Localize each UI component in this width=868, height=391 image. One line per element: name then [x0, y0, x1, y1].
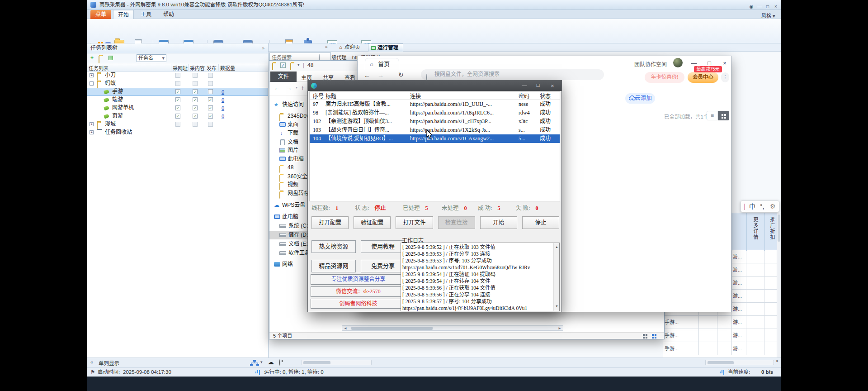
tree-row-recycle[interactable]: + 任务回收站 [87, 129, 268, 137]
list-view-toggle[interactable]: ≡ [707, 111, 718, 120]
minimize-icon[interactable]: — [689, 60, 698, 67]
checkbox-content[interactable] [193, 73, 198, 78]
cloud-sync-icon[interactable]: ☁ [268, 358, 274, 366]
filter-dropdown[interactable]: 任务名▾ [137, 54, 166, 62]
netdisk-search-bar[interactable]: 搜网盘文件，全网资源搜索 [421, 69, 604, 80]
wechat-contact[interactable]: 微信交流：sk-2570 [311, 286, 406, 297]
stop-button[interactable]: 停止 [522, 216, 559, 229]
scroll-up-icon[interactable]: ▲ [555, 244, 558, 251]
task-search-box[interactable] [269, 52, 331, 60]
checkbox-url[interactable] [175, 114, 180, 119]
ime-mode-chinese[interactable]: 中 [749, 201, 755, 212]
minimize-icon[interactable]: — [519, 82, 529, 88]
back-icon[interactable]: ← [274, 84, 280, 91]
tree-label[interactable]: 手游 [112, 88, 123, 95]
tree-row-task[interactable]: 端游 0 [87, 96, 268, 104]
scrollbar-thumb[interactable] [351, 327, 433, 330]
team-space-link[interactable]: 团队协作空间 [634, 60, 667, 68]
close-icon[interactable]: × [720, 60, 729, 67]
link-row-selected[interactable]: 104 【仙境传说.爱如初见RO】... https://pan.baidu.c… [310, 134, 560, 143]
promo-pill[interactable]: 年卡惊喜价! [645, 72, 684, 83]
expand-icon[interactable]: + [90, 73, 94, 77]
drag-handle-icon[interactable]: | [744, 201, 745, 212]
data-count-link[interactable]: 0 [222, 113, 224, 120]
pan-link[interactable]: https://pan.baidu.com/s/1D_UUIJ_-... [410, 100, 518, 109]
expand-icon[interactable]: + [90, 130, 94, 134]
dialog-titlebar[interactable]: — □ × [308, 81, 561, 91]
app-titlebar[interactable]: 高铁采集器 - 外网解密集 9.8.0 win10兼容全功能雷锋版 该软件版权为… [87, 0, 781, 10]
collapse-icon[interactable]: » [262, 43, 264, 53]
tree-row-task[interactable]: 网游单机 0 [87, 104, 268, 112]
data-count-link[interactable]: 0 [222, 96, 224, 104]
col-task-list[interactable]: 任务列表 [89, 64, 108, 72]
scroll-right-icon[interactable]: ► [558, 326, 561, 330]
data-count-link[interactable]: 0 [222, 105, 224, 112]
open-config-button[interactable]: 打开配置 [311, 216, 349, 229]
add-icon[interactable]: + [90, 55, 94, 62]
checkbox-publish[interactable] [208, 81, 213, 86]
maximize-icon[interactable]: □ [533, 82, 543, 88]
checkbox-publish[interactable] [208, 122, 213, 127]
close-icon[interactable]: × [547, 82, 557, 90]
col-datacount[interactable]: 数据量 [218, 64, 237, 71]
col-content[interactable]: 采内容 [188, 64, 205, 71]
tree-row-folder[interactable]: + 小刀 [87, 72, 268, 80]
checkbox-publish[interactable] [208, 105, 213, 110]
col-password[interactable]: 密码 [519, 92, 529, 100]
tab-tools[interactable]: 工具 [136, 10, 156, 19]
tree-label[interactable]: 端游 [112, 96, 123, 104]
chevron-down-icon[interactable]: ▾ [297, 62, 300, 67]
tab-start[interactable]: 开始 [113, 10, 134, 19]
folder-icon[interactable] [290, 63, 291, 70]
col-status[interactable]: 状态 [540, 92, 551, 100]
checkbox-icon[interactable]: ✓ [280, 62, 286, 68]
table-row[interactable]: 手游...游... [663, 342, 781, 355]
maximize-icon[interactable]: □ [705, 60, 714, 67]
tree-row-folder[interactable]: - 蚂蚁 [87, 80, 268, 88]
tree-label[interactable]: 小刀 [105, 72, 116, 79]
history-clock-icon[interactable] [279, 359, 280, 366]
link-row[interactable]: 102 【亲测进游戏】顶级仙侠3... https://pan.baidu.co… [310, 117, 560, 126]
hierarchy-view-icon[interactable] [250, 360, 259, 366]
grid-view-toggle[interactable] [718, 111, 729, 120]
browser-tab-home[interactable]: ⌂ 首页 [365, 58, 399, 70]
tab-welcome[interactable]: ⌂ 欢迎页 [337, 43, 365, 52]
data-count-link[interactable]: 0 [222, 88, 224, 96]
column-promo-discount[interactable]: 推广折扣 [769, 217, 776, 240]
explorer-horizontal-scrollbar[interactable]: ◄ ► [342, 325, 563, 331]
tab-menu[interactable]: 菜单 [90, 10, 111, 19]
tree-label[interactable]: 网游单机 [112, 104, 134, 112]
col-publish[interactable]: 发布 [205, 64, 218, 71]
vertical-scrollbar[interactable] [777, 213, 781, 358]
tree-row-task[interactable]: 页游 0 [87, 112, 268, 120]
hot-list-button[interactable]: 热文榜资源 [311, 240, 356, 253]
avatar[interactable] [673, 58, 683, 67]
link-row[interactable]: 103 【战火传奇白日门】传奇... https://pan.baidu.com… [310, 126, 560, 134]
checkbox-url[interactable] [175, 89, 180, 94]
cloud-add-button[interactable]: 云添加 [625, 93, 655, 104]
vip-center-button[interactable]: 会员中心 [688, 72, 718, 83]
column-more-details[interactable]: 更多详情 [752, 217, 759, 240]
forward-icon[interactable]: → [377, 72, 384, 79]
style-selector[interactable]: 风格 ▾ [761, 12, 775, 19]
checkbox-url[interactable] [175, 97, 180, 102]
gear-icon[interactable]: ⚙ [770, 201, 776, 212]
tree-row-folder[interactable]: + 漫城 [87, 120, 268, 129]
checkbox-publish[interactable] [208, 114, 213, 119]
checkbox-url[interactable] [175, 81, 180, 86]
checkbox-publish[interactable] [208, 89, 213, 94]
grid-view-icon[interactable] [652, 334, 654, 336]
table-row[interactable]: 手游...游... [663, 329, 781, 342]
start-button[interactable]: 开始 [480, 216, 517, 229]
checkbox-url[interactable] [175, 73, 180, 78]
scroll-left-icon[interactable]: ◄ [344, 326, 347, 330]
checkbox-publish[interactable] [208, 73, 213, 78]
table-row[interactable]: 手游...游... [663, 316, 781, 329]
checkbox-content[interactable] [193, 105, 198, 110]
scrollbar-thumb[interactable] [303, 361, 330, 364]
checkbox-content[interactable] [193, 97, 198, 102]
link-row[interactable]: 97 魔力归来H5高爆版【含教... https://pan.baidu.com… [310, 100, 560, 109]
tab-help[interactable]: 帮助 [158, 10, 179, 19]
tree-row-task-selected[interactable]: 手游 0 [87, 88, 268, 96]
tree-label[interactable]: 漫城 [105, 120, 116, 128]
